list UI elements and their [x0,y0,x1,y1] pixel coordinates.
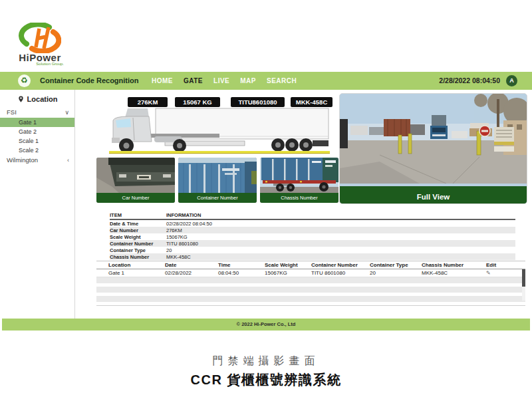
empty-row [96,296,525,302]
menu-home[interactable]: HOME [152,77,173,84]
table-row[interactable]: Gate 1 02/28/2022 08:04:50 15067KG TITU … [96,269,525,277]
capture-thumbnails: Car Number [96,158,338,203]
location-sidebar: Location FSI ∨ Gate 1 Gate 2 Scale 1 Sca… [0,90,75,319]
records-header-row: Location Date Time Scale Weight Containe… [96,261,525,269]
full-view-caption: Full View [340,186,527,204]
info-row-scale-weight: Scale Weight 15067KG [110,233,515,240]
location-header: Location [0,91,74,107]
info-table-header: ITEM INFORMATION [110,211,515,220]
label-container-number: TITU8601080 [231,97,285,107]
hipower-logo-icon [19,23,61,53]
info-row-datetime: Date & Time 02/28/2022 08:04:50 [110,220,515,227]
container-number-image[interactable]: Container Number [178,158,257,203]
full-view-panel[interactable]: Full View [339,93,527,204]
main-menu: HOME GATE LIVE MAP SEARCH [152,72,297,90]
container-number-caption: Container Number [178,193,257,203]
brand-name: HiPower [13,53,66,62]
sidebar-group-fsi-label: FSI [7,108,17,116]
table-scrollbar[interactable] [522,269,525,301]
info-header-item: ITEM [110,212,166,218]
menu-gate[interactable]: GATE [184,77,203,84]
sidebar-group-wilmington-label: Wilmington [7,156,38,164]
copyright-text: © 2022 Hi-Power Co., Ltd [237,321,296,327]
chassis-number-caption: Chassis Number [260,193,338,203]
hipower-logo: HiPower Solution Group. [13,23,66,70]
container-number-photo [178,158,257,193]
slide-caption-line2: CCR 貨櫃櫃號辨識系統 [0,371,532,389]
menu-live[interactable]: LIVE [213,77,229,84]
car-number-caption: Car Number [96,193,175,203]
location-header-label: Location [27,95,58,103]
sidebar-item-gate-2[interactable]: Gate 2 [0,127,74,136]
edit-icon[interactable]: ✎ [486,270,513,276]
info-row-car-number: Car Number 276KM [110,227,515,233]
info-row-container-type: Container Type 20 [110,247,515,253]
user-avatar[interactable]: A [506,75,517,86]
car-number-image[interactable]: Car Number [96,158,175,203]
sidebar-item-gate-1[interactable]: Gate 1 [0,118,74,127]
records-table: Location Date Time Scale Weight Containe… [96,261,525,306]
label-chassis-number: MKK-458C [291,97,332,107]
sidebar-item-scale-2[interactable]: Scale 2 [0,146,74,155]
truck-diagram [98,107,335,154]
label-scale-weight: 15067 KG [175,97,220,107]
menu-search[interactable]: SEARCH [267,77,297,84]
label-car-number: 276KM [128,97,168,107]
empty-row [96,277,525,283]
info-table: ITEM INFORMATION Date & Time 02/28/2022 … [110,211,515,260]
top-navbar: ♻ Container Code Recognition HOME GATE L… [0,72,532,90]
sidebar-group-fsi[interactable]: FSI ∨ [0,107,74,118]
scrollbar-thumb[interactable] [522,269,525,287]
full-view-photo [340,94,527,184]
chassis-number-photo [260,158,338,193]
info-row-container-number: Container Number TITU 8601080 [110,240,515,247]
table-bottom-border [96,302,525,306]
menu-map[interactable]: MAP [240,77,256,84]
datetime-display: 2/28/2022 08:04:50 [439,72,500,90]
chassis-number-image[interactable]: Chassis Number [260,158,338,203]
car-number-photo [96,158,175,193]
info-row-chassis-number: Chassis Number MKK-458C [110,253,515,260]
main-content: 276KM 15067 KG TITU8601080 MKK-458C [96,93,529,313]
app-title: Container Code Recognition [40,72,139,90]
location-pin-icon [17,95,25,103]
chevron-left-icon: ‹ [67,155,69,166]
slide-caption-line1: 門禁端攝影畫面 [0,354,532,368]
empty-row [96,287,525,293]
sidebar-item-scale-1[interactable]: Scale 1 [0,136,74,146]
info-header-information: INFORMATION [166,212,515,218]
sidebar-group-wilmington[interactable]: Wilmington ‹ [0,155,74,166]
recycle-icon: ♻ [18,74,31,87]
app-window: HiPower Solution Group. ♻ Container Code… [0,0,532,399]
chevron-down-icon: ∨ [65,107,69,118]
footer-bar: © 2022 Hi-Power Co., Ltd [2,319,530,331]
